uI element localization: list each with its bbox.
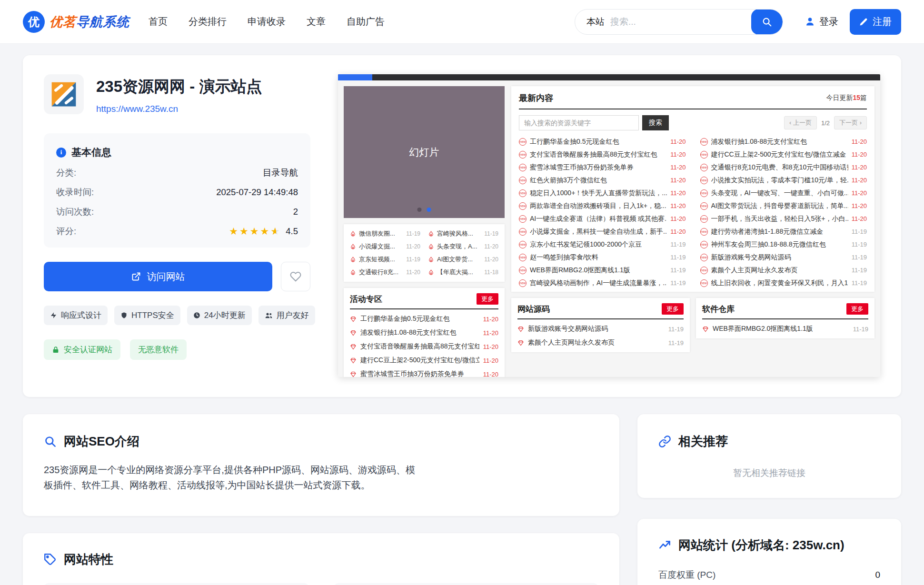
related-heading: 相关推荐 xyxy=(658,433,880,450)
latest-item: new 浦发银行抽1.08-88元支付宝红包 11-20 xyxy=(700,135,867,148)
gem-icon xyxy=(702,326,709,332)
chart-icon xyxy=(658,539,671,552)
new-icon: new xyxy=(519,202,527,210)
mini-list-item: 宫崎骏风格... 11-19 xyxy=(428,229,498,238)
latest-item: new 赵一鸣签到抽零食/饮料 11-19 xyxy=(519,251,686,264)
brand-part2: 导航系统 xyxy=(76,15,129,29)
search-icon xyxy=(44,435,57,448)
link-icon xyxy=(658,435,671,448)
stat-label: 百度权重 (PC) xyxy=(658,569,715,581)
next-page-button: 下一页 › xyxy=(834,116,867,129)
site-url-link[interactable]: https://www.235w.cn xyxy=(96,104,178,114)
tag-icon xyxy=(44,553,57,566)
site-logo-icon[interactable]: 优 xyxy=(23,11,45,33)
shield-icon xyxy=(120,312,128,319)
new-icon: new xyxy=(519,138,527,146)
feature-chip-row: ✓ 界面简洁 ✓ 资源丰富 xyxy=(44,583,598,585)
action-row: 访问网站 xyxy=(44,262,310,291)
star-icons: ★★★★★★ xyxy=(229,226,281,236)
preview-source-section: 网站源码 更多 新版游戏账号交易网站源码 11-19 xyxy=(511,298,690,352)
latest-item: new 神州车友会周三抽0.18-88.8元微信红包 11-19 xyxy=(700,238,867,251)
page-indicator: 1/2 xyxy=(821,119,830,127)
search-input[interactable] xyxy=(610,17,751,27)
mini-list-item: 小说爆文掘... 11-20 xyxy=(350,242,420,251)
favorite-button[interactable] xyxy=(281,262,310,291)
activity-more-button: 更多 xyxy=(477,293,498,305)
lightning-icon xyxy=(50,312,57,319)
source-item-list: 新版游戏账号交易网站源码 11-19 素颜个人主页网址永久发布页 11-19 xyxy=(517,325,684,347)
basic-info-box: i 基本信息 分类: 目录导航 收录时间: 2025-07-29 14:49:4… xyxy=(44,133,310,248)
latest-search-row: 搜索 ‹ 上一页 1/2 下一页 › xyxy=(519,115,867,130)
site-header: 235资源网网 - 演示站点 https://www.235w.cn xyxy=(44,74,310,114)
info-row-category: 分类: 目录导航 xyxy=(56,167,298,178)
activity-item: 蜜雪冰城雪王币抽3万份奶茶免单券 11-20 xyxy=(350,370,498,377)
fire-icon xyxy=(428,231,434,237)
gem-icon xyxy=(350,330,357,336)
related-empty-text: 暂无相关推荐链接 xyxy=(658,467,880,479)
latest-item: new 素颜个人主页网址永久发布页 11-19 xyxy=(700,264,867,277)
latest-list-left: new 工行鹏华基金抽0.5元现金红包 11-20 new 支付宝语音唤醒服务抽… xyxy=(519,135,686,289)
site-preview-thumbnail[interactable]: 幻灯片 微信朋友圈... 11-19 xyxy=(338,74,880,377)
slideshow-dots xyxy=(417,208,431,212)
latest-item: new 一部手机，当天出收益，轻松日入5张+，小白... 11-20 xyxy=(700,212,867,225)
mini-list-item: AI图文带货... 11-20 xyxy=(428,255,498,264)
stat-row-baidu: 百度权重 (PC) 0 xyxy=(658,569,880,581)
time-value: 2025-07-29 14:49:48 xyxy=(216,187,298,198)
preview-hot-mini-list: 微信朋友圈... 11-19 宫崎骏风格... 11-19 xyxy=(344,224,505,282)
stats-card: 网站统计 (分析域名: 235w.cn) 百度权重 (PC) 0 预计来路 00 xyxy=(637,519,901,585)
software-more-button: 更多 xyxy=(846,303,868,315)
new-icon: new xyxy=(700,189,708,197)
new-icon: new xyxy=(519,189,527,197)
preview-topbar-active xyxy=(338,74,372,80)
lower-grid: 网站SEO介绍 235资源网是一个专业的网络资源分享平台,提供各种PHP源码、网… xyxy=(23,414,901,585)
search-button[interactable] xyxy=(751,9,783,35)
visit-site-button[interactable]: 访问网站 xyxy=(44,262,272,291)
site-title-block: 235资源网网 - 演示站点 https://www.235w.cn xyxy=(96,74,262,114)
new-icon: new xyxy=(519,215,527,223)
preview-left-column: 幻灯片 微信朋友圈... 11-19 xyxy=(344,86,505,371)
menu-item[interactable]: 自助广告 xyxy=(347,15,385,28)
menu-item[interactable]: 申请收录 xyxy=(248,15,286,28)
tag-friendly: 用户友好 xyxy=(258,306,315,325)
features-card: 网站特性 ✓ 界面简洁 ✓ 资源丰富 xyxy=(23,533,619,585)
gem-icon xyxy=(350,316,357,322)
gem-icon xyxy=(350,371,357,377)
info-row-rating: 评分: ★★★★★★ 4.5 xyxy=(56,225,298,237)
stats-title: 网站统计 (分析域名: 235w.cn) xyxy=(678,537,845,554)
rating-label: 评分: xyxy=(56,225,76,237)
new-icon: new xyxy=(700,151,708,159)
fire-icon xyxy=(428,244,434,250)
tag-https: HTTPS安全 xyxy=(114,306,180,325)
activity-item: 建行CC豆上架2-500元支付宝红包/微信立减金 11-20 xyxy=(350,356,498,365)
source-item: 新版游戏账号交易网站源码 11-19 xyxy=(517,325,684,333)
badge-no-malware: 无恶意软件 xyxy=(130,339,187,360)
search-scope-select[interactable]: 本站 xyxy=(575,16,610,28)
source-item: 素颜个人主页网址永久发布页 11-19 xyxy=(517,338,684,347)
mini-list-item: 交通银行8充... 11-20 xyxy=(350,268,420,277)
login-link[interactable]: 登录 xyxy=(805,15,838,28)
preview-search-input xyxy=(519,115,639,130)
visits-label: 访问次数: xyxy=(56,206,94,218)
latest-item: new 小说爆文掘金，黑科技一键全自动生成，新手... 11-20 xyxy=(519,225,686,238)
menu-item[interactable]: 文章 xyxy=(307,15,326,28)
register-button[interactable]: 注册 xyxy=(850,9,901,35)
new-icon: new xyxy=(519,241,527,248)
fire-icon xyxy=(350,231,356,237)
navbar-right: 本站 登录 注册 xyxy=(575,9,901,35)
gem-icon xyxy=(350,344,357,350)
new-icon: new xyxy=(519,164,527,171)
mini-list-item: 【年底大揭... 11-18 xyxy=(428,268,498,277)
brand-name[interactable]: 优茗导航系统 xyxy=(50,13,129,30)
menu-item[interactable]: 分类排行 xyxy=(189,15,227,28)
latest-item-lists: new 工行鹏华基金抽0.5元现金红包 11-20 new 支付宝语音唤醒服务抽… xyxy=(519,135,867,289)
category-value: 目录导航 xyxy=(263,167,298,178)
new-icon: new xyxy=(519,254,527,261)
new-icon: new xyxy=(519,267,527,274)
new-icon: new xyxy=(519,279,527,287)
software-item-list: WEB界面RMBG2.0抠图离线1.1版 11-19 xyxy=(702,325,868,333)
mini-list-item: 微信朋友圈... 11-19 xyxy=(350,229,420,238)
menu-item[interactable]: 首页 xyxy=(149,15,168,28)
new-icon: new xyxy=(519,177,527,184)
seo-heading: 网站SEO介绍 xyxy=(44,433,598,450)
latest-item: new WEB界面RMBG2.0抠图离线1.1版 11-19 xyxy=(519,264,686,277)
